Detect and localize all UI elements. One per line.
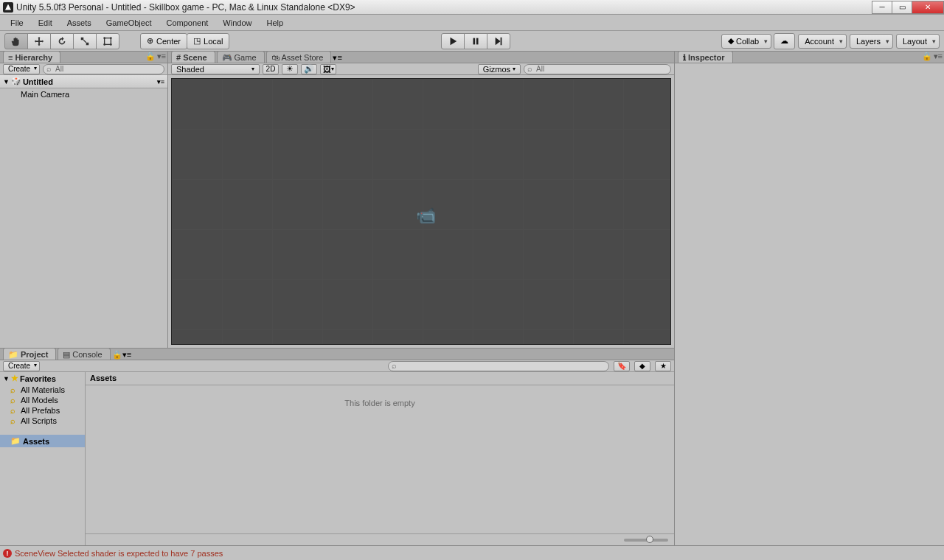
pivot-center-button[interactable]: ⊕Center <box>140 33 187 49</box>
hand-tool-button[interactable] <box>4 33 28 49</box>
scene-search-input[interactable]: All <box>524 64 671 74</box>
collab-icon: ◆ <box>728 36 734 46</box>
star-icon: ★ <box>11 374 18 383</box>
minimize-button[interactable]: ─ <box>872 1 892 14</box>
lock-icon[interactable]: 🔒 <box>922 52 932 61</box>
hierarchy-create-button[interactable]: Create <box>3 64 40 74</box>
fx-toggle[interactable]: 🖼▾ <box>320 64 336 74</box>
lighting-toggle[interactable]: ☀ <box>282 64 298 74</box>
panel-menu-icon[interactable]: ▾≡ <box>157 52 166 61</box>
menu-edit[interactable]: Edit <box>31 17 60 29</box>
panel-menu-icon[interactable]: ▾≡ <box>934 52 943 61</box>
camera-gizmo-icon[interactable]: 📹 <box>416 206 436 225</box>
scene-panel: #Scene 🎮Game 🛍Asset Store ▾≡ Shaded▾ 2D … <box>168 52 674 348</box>
info-icon: ℹ <box>683 53 686 63</box>
window-title: Unity 5.5.0f3 Personal - Untitled - Skil… <box>16 2 872 13</box>
folder-icon: 📁 <box>8 350 18 360</box>
scene-header[interactable]: ▼ 🎲 Untitled ▾≡ <box>0 75 167 88</box>
pause-button[interactable] <box>464 33 487 49</box>
pivot-local-button[interactable]: ◳Local <box>187 33 229 49</box>
svg-rect-0 <box>81 37 84 40</box>
account-dropdown[interactable]: Account <box>798 34 847 49</box>
status-bar[interactable]: ! SceneView Selected shader is expected … <box>0 545 944 560</box>
project-search-input[interactable] <box>388 361 609 371</box>
maximize-button[interactable]: ▭ <box>892 1 912 14</box>
project-panel: 📁Project ▤Console 🔒▾≡ Create 🔖 ◆ ★ ▼★Fav… <box>0 348 674 545</box>
assets-folder[interactable]: 📁Assets <box>0 435 85 447</box>
inspector-panel: ℹInspector 🔒▾≡ <box>674 52 944 545</box>
2d-toggle[interactable]: 2D <box>263 64 279 74</box>
favorites-folder[interactable]: ▼★Favorites <box>0 372 85 385</box>
favorite-item[interactable]: All Materials <box>0 385 85 395</box>
cloud-button[interactable]: ☁ <box>774 33 795 49</box>
step-button[interactable] <box>487 33 510 49</box>
svg-point-3 <box>103 37 105 39</box>
menu-file[interactable]: File <box>3 17 31 29</box>
console-icon: ▤ <box>63 350 70 360</box>
scene-context-icon[interactable]: ▾≡ <box>157 78 164 85</box>
menu-bar: File Edit Assets GameObject Component Wi… <box>0 15 944 31</box>
project-create-button[interactable]: Create <box>3 361 40 371</box>
asset-store-tab[interactable]: 🛍Asset Store <box>266 51 332 63</box>
status-message: SceneView Selected shader is expected to… <box>15 549 223 558</box>
hierarchy-tab[interactable]: ≡Hierarchy <box>3 51 60 63</box>
console-tab[interactable]: ▤Console <box>58 348 110 360</box>
menu-window[interactable]: Window <box>215 17 259 29</box>
svg-point-6 <box>110 43 112 46</box>
audio-toggle[interactable]: 🔊 <box>301 64 317 74</box>
image-icon: 🖼 <box>323 65 331 74</box>
menu-gameobject[interactable]: GameObject <box>99 17 159 29</box>
main-toolbar: ⊕Center ◳Local ◆ Collab ☁ Account Layers… <box>0 31 944 52</box>
scale-tool-button[interactable] <box>73 33 97 49</box>
favorite-item[interactable]: All Models <box>0 395 85 405</box>
hierarchy-panel: ≡Hierarchy 🔒▾≡ Create All ▼ 🎲 Untitled ▾… <box>0 52 168 348</box>
assets-breadcrumb[interactable]: Assets <box>86 372 674 385</box>
hierarchy-icon: ≡ <box>8 53 13 62</box>
menu-help[interactable]: Help <box>259 17 291 29</box>
play-button[interactable] <box>441 33 465 49</box>
layout-dropdown[interactable]: Layout <box>896 34 940 49</box>
unity-logo-icon <box>3 2 13 13</box>
project-tab[interactable]: 📁Project <box>3 348 56 360</box>
lock-icon[interactable]: 🔒 <box>112 350 122 359</box>
close-button[interactable]: ✕ <box>912 1 944 14</box>
search-save-icon[interactable]: ★ <box>655 361 671 371</box>
panel-menu-icon[interactable]: ▾≡ <box>333 53 341 62</box>
menu-component[interactable]: Component <box>159 17 215 29</box>
favorite-item[interactable]: All Scripts <box>0 416 85 426</box>
rotate-tool-button[interactable] <box>50 33 74 49</box>
hierarchy-item[interactable]: Main Camera <box>0 88 167 100</box>
empty-folder-label: This folder is empty <box>86 385 674 533</box>
panel-menu-icon[interactable]: ▾≡ <box>122 350 131 359</box>
folder-icon: 📁 <box>10 436 21 446</box>
game-tab[interactable]: 🎮Game <box>217 51 265 63</box>
gizmos-dropdown[interactable]: Gizmos▾ <box>478 64 521 74</box>
project-tree: ▼★Favorites All Materials All Models All… <box>0 372 86 545</box>
layers-dropdown[interactable]: Layers <box>850 34 893 49</box>
menu-assets[interactable]: Assets <box>60 17 99 29</box>
scene-viewport[interactable]: 📹 <box>171 78 671 345</box>
transform-tools <box>4 33 119 49</box>
favorite-item[interactable]: All Prefabs <box>0 405 85 416</box>
search-type-icon[interactable]: ◆ <box>634 361 650 371</box>
hierarchy-search-input[interactable]: All <box>43 64 164 74</box>
svg-rect-8 <box>476 38 479 44</box>
svg-point-4 <box>110 37 112 39</box>
scene-icon: # <box>176 53 181 62</box>
svg-rect-2 <box>105 38 111 44</box>
shading-mode-dropdown[interactable]: Shaded▾ <box>171 64 260 74</box>
svg-rect-7 <box>473 38 475 44</box>
move-tool-button[interactable] <box>27 33 51 49</box>
scene-tab[interactable]: #Scene <box>171 51 215 63</box>
svg-rect-1 <box>86 42 89 45</box>
search-filter-icon[interactable]: 🔖 <box>614 361 630 371</box>
assetstore-icon: 🛍 <box>271 53 280 62</box>
inspector-tab[interactable]: ℹInspector <box>678 51 733 63</box>
rect-tool-button[interactable] <box>96 33 119 49</box>
game-icon: 🎮 <box>222 53 232 63</box>
cloud-icon: ☁ <box>780 36 788 46</box>
thumbnail-size-slider[interactable] <box>86 533 674 545</box>
center-icon: ⊕ <box>147 36 153 46</box>
lock-icon[interactable]: 🔒 <box>145 52 156 61</box>
collab-dropdown[interactable]: ◆ Collab <box>721 34 771 49</box>
